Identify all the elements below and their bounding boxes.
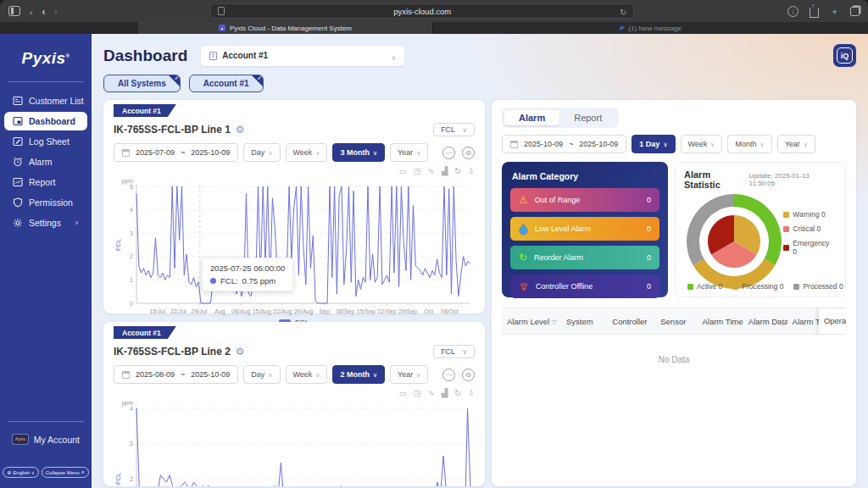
sidebar-item-dashboard[interactable]: Dashboard — [4, 112, 87, 130]
line-chart-2[interactable]: 01234ppmFCL — [114, 398, 475, 486]
calendar-icon — [510, 141, 518, 148]
save-image-icon[interactable]: ⇩ — [468, 388, 475, 398]
range-year-button[interactable]: Year — [390, 365, 428, 384]
range-day-button[interactable]: Day — [243, 365, 280, 384]
calendar-icon — [122, 149, 130, 157]
svg-text:29/Jul: 29/Jul — [192, 308, 208, 314]
bar-type-icon[interactable]: ▟ — [442, 166, 448, 176]
range-3month-button[interactable]: 3 Month — [332, 143, 385, 162]
browser-tab-messages[interactable]: P (1) New message — [432, 22, 868, 34]
sidebar-item-alarm[interactable]: Alarm — [4, 152, 87, 171]
account-select-value: Account #1 — [222, 51, 386, 60]
range-1day-button[interactable]: 1 Day — [632, 135, 675, 153]
alarm-donut-chart[interactable] — [684, 191, 783, 291]
restore-icon[interactable]: ↻ — [454, 166, 461, 176]
nav-label: Dashboard — [29, 116, 75, 126]
legend-swatch — [783, 245, 789, 251]
legend-label: Processing 0 — [742, 282, 783, 291]
range-week-button[interactable]: Week — [286, 143, 328, 162]
range-day-button[interactable]: Day — [243, 143, 280, 162]
sidebar-item-log-sheet[interactable]: Log Sheet — [4, 132, 87, 151]
column-header-alarm-time: Alarm Time — [697, 317, 743, 326]
line-type-icon[interactable]: ∿ — [428, 166, 435, 176]
bar-type-icon[interactable]: ▟ — [442, 388, 448, 398]
account-select[interactable]: Account #1 — [201, 46, 404, 66]
date-range-picker[interactable]: 2025-08-09 ~ 2025-10-09 — [114, 365, 238, 384]
sidebar-item-customer-list[interactable]: Customer List — [4, 92, 87, 110]
nav-label: Report — [29, 177, 56, 187]
share-icon[interactable] — [810, 8, 819, 18]
date-range-picker[interactable]: 2025-07-09 ~ 2025-10-09 — [114, 143, 238, 162]
line-type-icon[interactable]: ∿ — [428, 388, 435, 398]
gear-icon[interactable]: ⚙ — [236, 346, 245, 358]
restore-icon[interactable]: ↻ — [454, 388, 461, 398]
legend-item[interactable]: Warning 0 — [783, 210, 835, 219]
url-text[interactable]: pyxis-cloud.com — [225, 7, 620, 16]
sidebar-item-settings[interactable]: Settings ∨ — [4, 214, 87, 232]
range-week-button[interactable]: Week — [286, 365, 328, 384]
date-separator: ~ — [181, 148, 185, 157]
datazoom-icon[interactable]: ▭ — [399, 388, 407, 398]
chart-tooltip: 2025-07-25 06:00:00 FCL: 0.75 ppm — [202, 258, 293, 291]
category-controller-offline[interactable]: Controller Offline 0 — [510, 274, 659, 298]
sensor-select[interactable]: FCL — [433, 123, 475, 136]
legend-item[interactable]: Processing 0 — [732, 282, 783, 291]
sidebar-caret-icon[interactable] — [29, 5, 33, 17]
legend-item[interactable]: Active 0 — [687, 282, 722, 291]
downloads-icon[interactable]: ↓ — [787, 6, 798, 17]
sensor-select[interactable]: FCL — [433, 345, 475, 358]
svg-text:1: 1 — [130, 277, 133, 283]
sidebar-item-report[interactable]: Report — [4, 173, 87, 191]
range-year-button[interactable]: Year — [390, 143, 428, 162]
forward-button[interactable]: › — [53, 5, 57, 18]
legend-item[interactable]: Processed 0 — [793, 282, 843, 291]
tab-overview-icon[interactable] — [850, 7, 860, 16]
tab-alarm[interactable]: Alarm — [504, 110, 559, 125]
tab-account-1[interactable]: Account #1 ✓ — [189, 75, 264, 92]
category-out-of-range[interactable]: ⚠ Out of Range 0 — [510, 188, 659, 212]
new-tab-icon[interactable]: ＋ — [830, 5, 839, 18]
address-bar[interactable]: pyxis-cloud.com — [210, 3, 634, 19]
line-chart-1[interactable]: 012345ppmFCL15/Jul22/Jul29/JulAug08/Aug1… — [114, 176, 475, 317]
target-icon[interactable]: ⊙ — [462, 147, 475, 159]
date-separator: ~ — [569, 140, 573, 148]
range-week-button[interactable]: Week — [681, 135, 723, 153]
category-reorder[interactable]: ↻ Reorder Alarm 0 — [510, 246, 659, 269]
browser-tab-active[interactable]: ▴ Pyxis Cloud - Data Management System — [138, 22, 432, 34]
sidebar-item-permission[interactable]: Permission — [4, 193, 87, 212]
language-select[interactable]: English — [3, 467, 38, 478]
svg-text:3: 3 — [130, 441, 133, 446]
save-image-icon[interactable]: ⇩ — [468, 166, 475, 176]
message-favicon: P — [620, 25, 624, 32]
date-range-picker[interactable]: 2025-10-09 ~ 2025-10-09 — [502, 135, 626, 153]
tab-all-systems[interactable]: All Systems ✓ — [103, 75, 181, 92]
filter-icon[interactable] — [549, 317, 556, 326]
range-month-button[interactable]: Month — [727, 135, 771, 153]
legend-item[interactable]: Critical 0 — [783, 225, 835, 233]
category-low-level[interactable]: Low Level Alarm 0 — [510, 217, 659, 241]
more-options-icon[interactable]: ⋯ — [442, 369, 455, 381]
datazoom-reset-icon[interactable]: ◳ — [414, 166, 421, 176]
date-from: 2025-10-09 — [524, 140, 563, 148]
target-icon[interactable]: ⊙ — [462, 369, 475, 381]
reload-icon[interactable] — [620, 3, 626, 19]
collapse-menu-button[interactable]: Collapse Menu — [42, 467, 89, 478]
column-header-alarm-level[interactable]: Alarm Level — [502, 317, 561, 326]
gear-icon[interactable]: ⚙ — [236, 124, 245, 136]
svg-text:Aug: Aug — [214, 308, 225, 315]
iq-assistant-button[interactable]: iQ — [833, 44, 856, 67]
table-header: Alarm LevelSystemControllerSensorAlarm T… — [502, 308, 846, 335]
legend-item[interactable]: Emergency 0 — [783, 239, 835, 256]
range-year-button[interactable]: Year — [777, 135, 815, 153]
tab-report[interactable]: Report — [559, 110, 616, 125]
sidebar-toggle-icon[interactable] — [8, 6, 20, 16]
range-2month-button[interactable]: 2 Month — [332, 365, 385, 384]
my-account[interactable]: Pyxis My Account — [0, 434, 92, 445]
more-options-icon[interactable]: ⋯ — [442, 147, 455, 159]
date-to: 2025-10-09 — [191, 148, 230, 157]
datazoom-icon[interactable]: ▭ — [399, 166, 407, 176]
back-button[interactable]: ‹ — [42, 5, 45, 18]
datazoom-reset-icon[interactable]: ◳ — [414, 388, 421, 398]
nav-label: Alarm — [29, 157, 52, 167]
update-time: Update: 2025-01-13 11:50:05 — [749, 172, 837, 187]
